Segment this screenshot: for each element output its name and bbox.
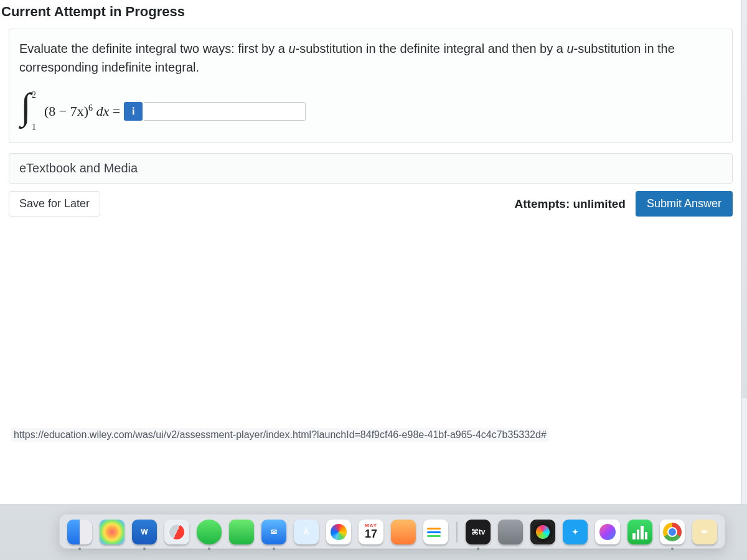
word-icon[interactable]: W <box>131 518 158 546</box>
answer-input[interactable] <box>144 102 306 121</box>
reminders-icon[interactable] <box>422 518 449 546</box>
attempts-label: Attempts: unlimited <box>515 197 626 211</box>
page-title: Current Attempt in Progress <box>0 0 741 29</box>
save-for-later-button[interactable]: Save for Later <box>9 191 100 217</box>
photobooth-icon[interactable] <box>390 518 417 546</box>
numbers-icon[interactable] <box>626 518 654 546</box>
submit-answer-button[interactable]: Submit Answer <box>636 191 733 217</box>
chrome-icon[interactable] <box>659 518 686 546</box>
prompt-u2: u <box>566 42 573 55</box>
question-prompt: Evaluate the definite integral two ways:… <box>19 39 722 77</box>
lower-bound: 1 <box>32 123 36 133</box>
siri-icon[interactable] <box>529 518 557 546</box>
macos-dock: W ✉ Å MAY17 ⌘tv ✦ ✏ <box>59 514 725 549</box>
integral-symbol: ∫ 2 1 <box>19 95 40 128</box>
etextbook-link[interactable]: eTextbook and Media <box>19 161 138 175</box>
assessment-page: Current Attempt in Progress Evaluate the… <box>0 0 742 504</box>
character-viewer-icon[interactable]: Å <box>293 518 320 546</box>
photos-icon[interactable] <box>325 518 352 546</box>
twitter-icon[interactable]: ✦ <box>561 518 589 546</box>
upper-bound: 2 <box>32 90 36 100</box>
messenger-icon[interactable] <box>594 518 621 546</box>
messages-icon[interactable] <box>195 518 223 546</box>
system-icon[interactable] <box>497 518 524 546</box>
prompt-text-2: -substitution in the definite integral a… <box>296 42 567 55</box>
dock-separator <box>454 518 459 546</box>
facetime-icon[interactable] <box>228 518 255 546</box>
hover-url: https://education.wiley.com/was/ui/v2/as… <box>11 428 549 442</box>
calendar-icon[interactable]: MAY17 <box>357 518 385 546</box>
apple-tv-icon[interactable]: ⌘tv <box>464 518 492 546</box>
brush-icon[interactable]: ✏ <box>691 518 718 546</box>
info-button[interactable]: i <box>124 102 143 121</box>
etextbook-row: eTextbook and Media <box>9 153 733 184</box>
mail-icon[interactable]: ✉ <box>260 518 288 546</box>
integrand: (8 − 7x)6 dx = <box>44 103 120 119</box>
action-bar: Save for Later Attempts: unlimited Submi… <box>9 191 733 217</box>
question-card: Evaluate the definite integral two ways:… <box>9 29 733 143</box>
finder-icon[interactable] <box>66 518 93 546</box>
prompt-u1: u <box>288 42 295 55</box>
right-edge <box>742 398 747 504</box>
prompt-text: Evaluate the definite integral two ways:… <box>19 42 288 55</box>
launchpad-icon[interactable] <box>98 518 126 546</box>
safari-icon[interactable] <box>163 518 190 546</box>
integral-equation: ∫ 2 1 (8 − 7x)6 dx = i <box>19 95 722 128</box>
